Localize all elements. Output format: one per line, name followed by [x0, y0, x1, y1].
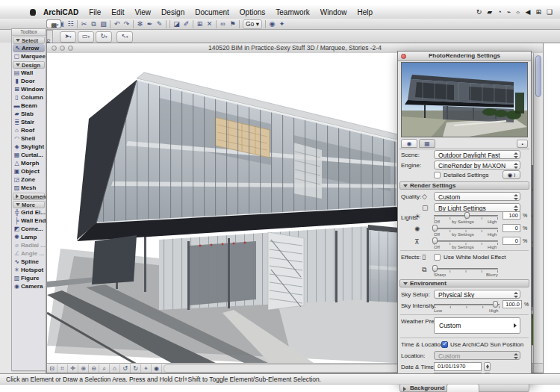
- vertical-scrollbar[interactable]: [533, 53, 543, 363]
- sky-intensity-value[interactable]: 100.0: [503, 300, 522, 308]
- sun-position-checkbox[interactable]: [441, 341, 448, 348]
- quality-dropdown[interactable]: Custom: [434, 192, 520, 201]
- toolbox-section-select[interactable]: Select: [13, 37, 45, 44]
- slider-thumb[interactable]: [493, 301, 498, 308]
- scrollbar-thumb[interactable]: [535, 55, 541, 97]
- palette-titlebar[interactable]: PhotoRendering Settings: [398, 52, 531, 61]
- cursor-tool-button[interactable]: ↖: [116, 31, 133, 43]
- copy-icon[interactable]: ⧉: [89, 19, 99, 28]
- spot-light-value[interactable]: 0: [503, 237, 520, 245]
- toolbox-section-more[interactable]: More: [13, 201, 45, 208]
- pencil-icon[interactable]: ✎: [155, 19, 164, 28]
- tool-arrow[interactable]: ↖Arrow: [13, 44, 45, 52]
- tool-door[interactable]: ▮Door: [12, 77, 46, 85]
- menu-design[interactable]: Design: [156, 8, 190, 16]
- cut-icon[interactable]: ✂: [79, 19, 89, 28]
- tool-mesh[interactable]: ▨Mesh: [12, 184, 46, 192]
- tool-beam[interactable]: ▬Beam: [12, 102, 46, 110]
- tool-wall[interactable]: ▤Wall: [12, 69, 46, 77]
- clock-menu-icon[interactable]: ◔: [497, 8, 501, 16]
- toolbox-section-design[interactable]: Design: [13, 61, 45, 69]
- go-dropdown[interactable]: Go ▾: [243, 19, 262, 29]
- slider-thumb[interactable]: [432, 225, 438, 231]
- redo-icon[interactable]: ↷: [122, 19, 131, 28]
- engine-dropdown[interactable]: CineRender by MAXON: [434, 161, 520, 169]
- input-menu-icon[interactable]: ⊞: [535, 8, 541, 16]
- tool-window[interactable]: ⊞Window: [12, 85, 46, 93]
- link-icon[interactable]: ∞: [218, 19, 228, 28]
- eraser-icon[interactable]: ◪: [172, 19, 181, 28]
- tool-morph[interactable]: △Morph: [12, 159, 46, 167]
- spot-light-slider[interactable]: [434, 237, 498, 244]
- toolbox-section-document[interactable]: Document: [13, 193, 45, 200]
- slider-thumb[interactable]: [464, 212, 470, 219]
- tool-hotspot[interactable]: ✳Hotspot: [12, 266, 46, 274]
- sync-menu-icon[interactable]: ↻: [476, 8, 482, 16]
- environment-header[interactable]: Environment: [399, 279, 529, 287]
- orbit-options-button[interactable]: ↻: [96, 31, 112, 43]
- tool-object[interactable]: ▣Object: [12, 167, 46, 175]
- menu-options[interactable]: Options: [234, 8, 270, 16]
- tool-skylight[interactable]: ◈Skylight: [12, 143, 46, 151]
- tool-spline[interactable]: ∿Spline: [12, 258, 46, 266]
- pan-icon[interactable]: ✛: [68, 364, 78, 373]
- magnify-icon[interactable]: ⌕: [99, 364, 110, 373]
- tool-stair[interactable]: ≣Stair: [12, 118, 46, 126]
- tool-grid-element[interactable]: ╬Grid El...: [12, 208, 46, 217]
- weather-preset-box[interactable]: Custom: [434, 317, 520, 334]
- white-model-checkbox[interactable]: [434, 254, 441, 261]
- date-stepper[interactable]: [484, 362, 491, 371]
- lamp-light-slider[interactable]: [434, 225, 498, 231]
- pen-icon[interactable]: ✒: [145, 19, 155, 28]
- apple-menu-icon[interactable]: [30, 9, 36, 16]
- battery-menu-icon[interactable]: ▰: [487, 8, 492, 16]
- render-icon[interactable]: ◉: [267, 19, 277, 28]
- undo-icon[interactable]: ↶: [112, 19, 122, 28]
- lamp-light-value[interactable]: 0: [503, 224, 520, 232]
- paste-icon[interactable]: ▨: [99, 19, 108, 28]
- volume-menu-icon[interactable]: ◀: [525, 8, 530, 16]
- scene-dropdown[interactable]: Outdoor Daylight Fast: [434, 150, 520, 159]
- tool-curtain-wall[interactable]: ▦Curtai...: [12, 151, 46, 159]
- menu-help[interactable]: Help: [352, 8, 378, 16]
- delete-icon[interactable]: ✕: [205, 19, 214, 28]
- tool-roof[interactable]: ⌂Roof: [12, 126, 46, 134]
- rotate-left-icon[interactable]: ↺: [120, 364, 131, 373]
- look-around-icon[interactable]: ◉: [152, 364, 162, 373]
- screen-views-icon[interactable]: ▩: [46, 19, 61, 28]
- tool-lamp[interactable]: ✺Lamp: [12, 233, 46, 241]
- sky-intensity-slider[interactable]: [434, 301, 500, 308]
- walk-icon[interactable]: ✦: [277, 19, 287, 28]
- detailed-settings-checkbox[interactable]: [434, 172, 441, 178]
- menu-window[interactable]: Window: [315, 8, 352, 16]
- menu-document[interactable]: Document: [190, 8, 234, 16]
- tool-shell[interactable]: ◠Shell: [12, 134, 46, 143]
- wifi-menu-icon[interactable]: ⌔: [516, 8, 520, 16]
- flag-icon[interactable]: ⚑: [228, 19, 237, 28]
- settings-tab[interactable]: ◉: [401, 139, 417, 148]
- fit-in-window-icon[interactable]: ⊡: [47, 364, 57, 373]
- walk-mode-icon[interactable]: ⌖: [141, 364, 152, 373]
- slider-thumb[interactable]: [432, 237, 438, 244]
- print-icon[interactable]: ☷: [66, 19, 75, 28]
- marquee-options-button[interactable]: ▭: [78, 31, 94, 43]
- menu-archicad[interactable]: ArchiCAD: [43, 8, 84, 16]
- date-input[interactable]: 01/01/1970: [434, 362, 482, 371]
- tool-corner-window[interactable]: ◩Corne...: [12, 225, 46, 233]
- sun-light-value[interactable]: 100: [503, 211, 520, 220]
- pickup-parameters-icon[interactable]: ✐: [181, 19, 191, 28]
- blur-slider[interactable]: [434, 265, 498, 272]
- render-settings-header[interactable]: Render Settings: [399, 181, 529, 190]
- bluetooth-menu-icon[interactable]: ⌁: [507, 8, 511, 16]
- menu-file[interactable]: File: [84, 8, 106, 16]
- detach-preview-button[interactable]: ▪: [517, 140, 528, 148]
- tool-zone[interactable]: ◲Zone: [12, 175, 46, 184]
- engine-info-button[interactable]: ◉ i: [503, 170, 520, 179]
- tool-marquee[interactable]: ▢Marquee: [12, 52, 46, 60]
- render-button-partial[interactable]: [447, 384, 479, 392]
- orbit-icon[interactable]: ↻: [131, 364, 141, 373]
- sky-setup-dropdown[interactable]: Physical Sky: [434, 290, 520, 299]
- home-view-icon[interactable]: ⌂: [110, 364, 120, 373]
- slider-thumb[interactable]: [432, 265, 438, 272]
- tool-figure[interactable]: ▥Figure: [12, 274, 46, 282]
